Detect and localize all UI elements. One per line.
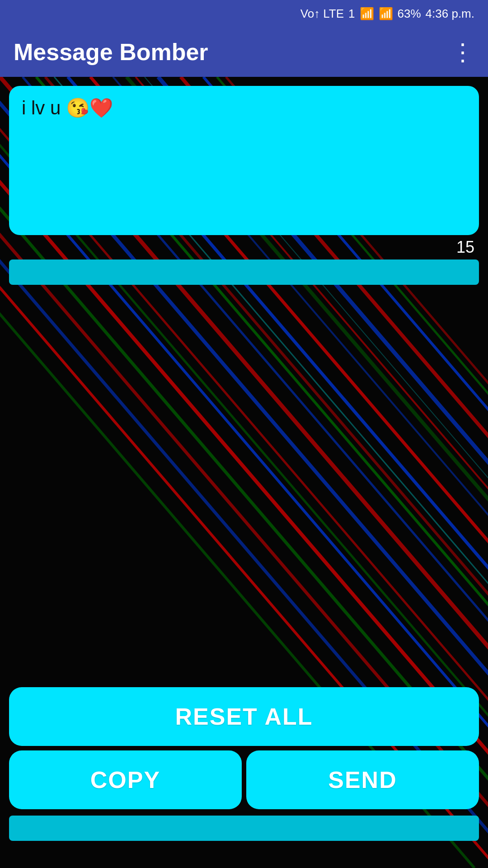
time-display: 4:36 p.m. bbox=[426, 7, 474, 21]
message-input[interactable]: i lv u 😘❤️ bbox=[9, 86, 479, 235]
action-buttons-row: COPY SEND bbox=[9, 750, 479, 809]
battery-level: 63% bbox=[398, 7, 421, 21]
repeat-count-slider[interactable] bbox=[9, 259, 479, 285]
bottom-slider-bar[interactable] bbox=[9, 816, 479, 841]
app-title: Message Bomber bbox=[14, 38, 208, 66]
reset-all-button[interactable]: RESET ALL bbox=[9, 687, 479, 746]
copy-button[interactable]: COPY bbox=[9, 750, 242, 809]
send-button[interactable]: SEND bbox=[246, 750, 479, 809]
signal-icon-2: 📶 bbox=[379, 7, 393, 21]
network-1-indicator: 1 bbox=[348, 7, 355, 21]
buttons-area: RESET ALL COPY SEND bbox=[9, 687, 479, 809]
status-icons: Vo↑ LTE 1 📶 📶 63% 4:36 p.m. bbox=[300, 7, 474, 21]
volte-indicator: Vo↑ LTE bbox=[300, 7, 344, 21]
overflow-menu-icon[interactable]: ⋮ bbox=[451, 40, 474, 64]
app-bar: Message Bomber ⋮ bbox=[0, 27, 488, 77]
status-bar: Vo↑ LTE 1 📶 📶 63% 4:36 p.m. bbox=[0, 0, 488, 27]
signal-icon: 📶 bbox=[360, 7, 374, 21]
char-count: 15 bbox=[456, 238, 474, 256]
bottom-slider bbox=[9, 816, 479, 841]
char-count-row: 15 bbox=[9, 235, 479, 259]
slider-container bbox=[9, 259, 479, 287]
